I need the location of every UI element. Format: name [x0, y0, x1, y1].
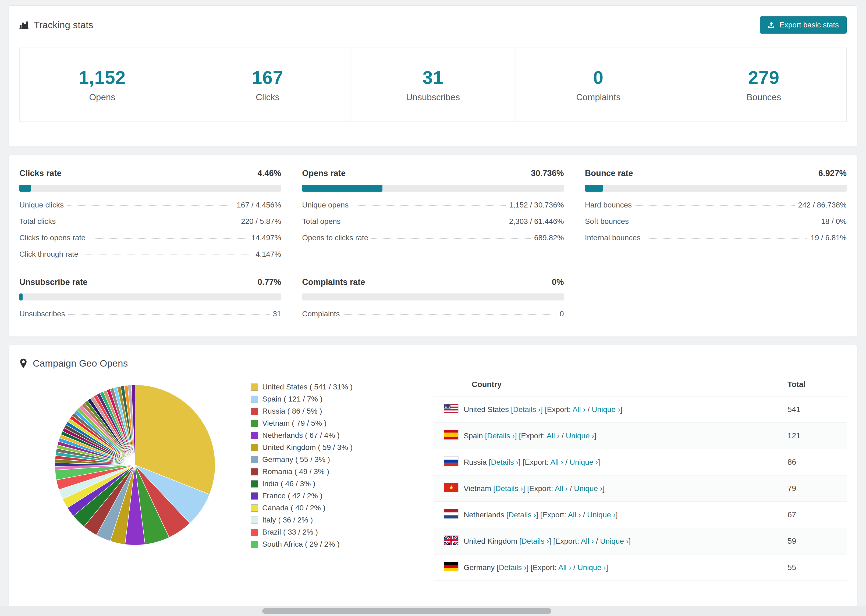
- legend-item-germany[interactable]: Germany ( 55 / 3% ): [251, 455, 428, 464]
- legend-item-netherlands[interactable]: Netherlands ( 67 / 4% ): [251, 431, 428, 440]
- export-unique-link[interactable]: Unique ›: [592, 405, 620, 413]
- export-unique-link[interactable]: Unique ›: [570, 458, 598, 466]
- stat-label: Opens: [89, 92, 115, 102]
- export-basic-stats-button[interactable]: Export basic stats: [760, 16, 847, 34]
- stat-row-value: 689.82%: [534, 234, 564, 242]
- dotted-leader: [632, 222, 818, 222]
- stat-row-label: Unsubscribes: [19, 310, 65, 318]
- stat-value: 0: [593, 67, 604, 88]
- legend-item-romania[interactable]: Romania ( 49 / 3% ): [251, 467, 428, 476]
- legend-item-canada[interactable]: Canada ( 40 / 2% ): [251, 504, 428, 512]
- country-cell: United States [Details ›] [Export: All ›…: [464, 396, 782, 423]
- legend-item-india[interactable]: India ( 46 / 3% ): [251, 479, 428, 488]
- geo-opens-title-text: Campaign Geo Opens: [33, 358, 128, 369]
- dotted-leader: [59, 222, 238, 222]
- horizontal-scrollbar-thumb[interactable]: [262, 608, 551, 614]
- legend-label: Germany ( 55 / 3% ): [262, 455, 330, 464]
- legend-item-vietnam[interactable]: Vietnam ( 79 / 5% ): [251, 419, 428, 427]
- stat-row: Unique opens1,152 / 30.736%: [302, 201, 564, 209]
- es-flag-icon: [444, 430, 458, 439]
- country-flag-cell: [433, 475, 464, 502]
- export-unique-link[interactable]: Unique ›: [566, 432, 594, 440]
- details-link[interactable]: Details ›: [499, 563, 527, 572]
- legend-swatch: [251, 432, 258, 439]
- geo-table-row-de: Germany [Details ›] [Export: All › / Uni…: [433, 555, 847, 581]
- details-link[interactable]: Details ›: [491, 458, 518, 466]
- export-all-link[interactable]: All ›: [555, 484, 568, 493]
- rate-value: 30.736%: [531, 168, 564, 178]
- stat-row: Total opens2,303 / 61.446%: [302, 217, 564, 226]
- legend-item-spain[interactable]: Spain ( 121 / 7% ): [251, 395, 428, 404]
- geo-table-row-ru: Russia [Details ›] [Export: All › / Uniq…: [433, 449, 847, 475]
- legend-label: Romania ( 49 / 3% ): [262, 467, 329, 476]
- details-link[interactable]: Details ›: [521, 537, 549, 545]
- legend-label: South Africa ( 29 / 2% ): [262, 540, 340, 548]
- rate-title: Opens rate: [302, 168, 346, 178]
- tracking-stats-title-text: Tracking stats: [34, 20, 93, 30]
- rate-title: Complaints rate: [302, 277, 365, 287]
- ru-flag-icon: [444, 457, 458, 466]
- bar-chart-icon: [19, 20, 28, 30]
- complaints-rate-panel: Complaints rate0%Complaints0: [302, 277, 564, 318]
- legend-label: India ( 46 / 3% ): [262, 479, 315, 488]
- export-all-link[interactable]: All ›: [581, 537, 594, 545]
- stat-row: Unique clicks167 / 4.456%: [19, 201, 281, 209]
- details-link[interactable]: Details ›: [487, 432, 515, 440]
- progress-bar-fill: [302, 185, 383, 192]
- progress-bar-fill: [19, 294, 23, 300]
- stat-row: Complaints0: [302, 310, 564, 318]
- legend-swatch: [251, 468, 258, 475]
- legend-label: France ( 42 / 2% ): [262, 492, 323, 500]
- legend-label: Brazil ( 33 / 2% ): [262, 528, 318, 536]
- dotted-leader: [343, 314, 556, 315]
- stat-row: Unsubscribes31: [19, 310, 281, 318]
- stat-row-label: Click through rate: [19, 250, 78, 259]
- legend-item-italy[interactable]: Italy ( 36 / 2% ): [251, 516, 428, 524]
- total-column-header: Total: [782, 377, 847, 396]
- details-link[interactable]: Details ›: [495, 484, 523, 493]
- legend-item-united-kingdom[interactable]: United Kingdom ( 59 / 3% ): [251, 443, 428, 452]
- country-cell: Vietnam [Details ›] [Export: All › / Uni…: [464, 475, 782, 502]
- stat-value: 1,152: [79, 67, 126, 88]
- export-all-link[interactable]: All ›: [558, 563, 571, 572]
- export-unique-link[interactable]: Unique ›: [587, 511, 616, 519]
- details-link[interactable]: Details ›: [509, 511, 536, 519]
- progress-bar-fill: [19, 185, 31, 192]
- stat-value: 167: [252, 67, 283, 88]
- legend-swatch: [251, 456, 258, 464]
- details-link[interactable]: Details ›: [513, 405, 541, 413]
- tracking-stats-card: Tracking stats Export basic stats 1,152O…: [9, 5, 857, 147]
- dotted-leader: [82, 255, 252, 255]
- legend-item-south-africa[interactable]: South Africa ( 29 / 2% ): [251, 540, 428, 548]
- stat-box-complaints: 0Complaints: [516, 47, 681, 122]
- stat-row-label: Unique clicks: [19, 201, 64, 209]
- legend-label: Canada ( 40 / 2% ): [262, 504, 326, 512]
- stat-value: 279: [748, 67, 779, 88]
- legend-item-france[interactable]: France ( 42 / 2% ): [251, 492, 428, 500]
- export-all-link[interactable]: All ›: [573, 405, 586, 413]
- dotted-leader: [68, 314, 270, 315]
- de-flag-icon: [444, 562, 458, 571]
- stat-row-label: Total clicks: [19, 217, 56, 226]
- rates-grid: Clicks rate4.46%Unique clicks167 / 4.456…: [19, 168, 847, 318]
- legend-swatch: [251, 492, 258, 500]
- export-unique-link[interactable]: Unique ›: [574, 484, 602, 493]
- export-unique-link[interactable]: Unique ›: [600, 537, 628, 545]
- horizontal-scrollbar-track[interactable]: [0, 606, 866, 616]
- export-icon: [768, 21, 775, 29]
- legend-swatch: [251, 480, 258, 487]
- legend-item-brazil[interactable]: Brazil ( 33 / 2% ): [251, 528, 428, 536]
- export-unique-link[interactable]: Unique ›: [578, 563, 606, 572]
- legend-item-united-states[interactable]: United States ( 541 / 31% ): [251, 383, 428, 391]
- stat-label: Complaints: [576, 92, 620, 102]
- legend-label: Italy ( 36 / 2% ): [262, 516, 313, 524]
- export-all-link[interactable]: All ›: [550, 458, 563, 466]
- legend-item-russia[interactable]: Russia ( 86 / 5% ): [251, 407, 428, 415]
- legend-label: United Kingdom ( 59 / 3% ): [262, 443, 353, 452]
- stat-row-value: 1,152 / 30.736%: [509, 201, 564, 209]
- export-all-link[interactable]: All ›: [546, 432, 559, 440]
- progress-bar: [585, 185, 847, 192]
- export-all-link[interactable]: All ›: [568, 511, 581, 519]
- country-name: United States: [464, 405, 511, 413]
- rate-title: Bounce rate: [585, 168, 633, 178]
